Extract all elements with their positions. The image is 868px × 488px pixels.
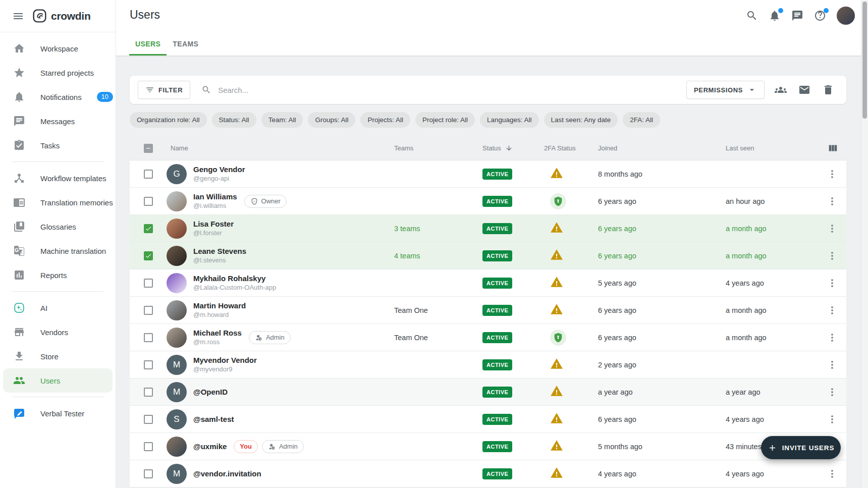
row-checkbox[interactable] [144, 333, 153, 342]
help-button[interactable] [814, 10, 826, 22]
column-header-teams[interactable]: Teams [394, 144, 482, 152]
search-icon[interactable] [746, 10, 758, 22]
add-group-icon[interactable] [775, 84, 787, 96]
row-checkbox[interactable] [144, 442, 153, 451]
table-row[interactable]: Martin Howard@m.howardTeam OneACTIVE6 ye… [130, 297, 846, 324]
teams-cell[interactable]: Team One [394, 334, 482, 342]
invite-users-button[interactable]: INVITE USERS [761, 436, 841, 459]
table-row[interactable]: Leane Stevens@l.stevens4 teamsACTIVE6 ye… [130, 242, 846, 269]
column-header-joined[interactable]: Joined [598, 144, 726, 152]
search-input[interactable] [218, 86, 430, 94]
tab-users[interactable]: USERS [129, 32, 167, 56]
sidebar-item-ai[interactable]: AI [0, 296, 116, 320]
avatar[interactable] [167, 328, 187, 348]
avatar[interactable]: M [167, 464, 187, 484]
filter-chip[interactable]: Languages: All [480, 112, 539, 128]
user-display-name[interactable]: Lisa Foster [193, 219, 234, 229]
page-scrollbar[interactable] [861, 0, 868, 488]
notifications-button[interactable] [769, 10, 781, 22]
row-checkbox[interactable] [144, 415, 153, 424]
filter-chip[interactable]: Team: All [261, 112, 303, 128]
tab-teams[interactable]: TEAMS [167, 32, 204, 56]
avatar[interactable] [167, 219, 187, 239]
table-row[interactable]: Michael Ross@m.rossAdminTeam OneACTIVE6 … [130, 324, 846, 351]
row-checkbox[interactable] [144, 197, 153, 206]
delete-icon[interactable] [822, 84, 834, 96]
user-display-name[interactable]: Leane Stevens [193, 246, 246, 256]
filter-chip[interactable]: Groups: All [308, 112, 355, 128]
table-row[interactable]: Mykhailo Rohalskyy@Lalala-Custom-OAuth-a… [130, 269, 846, 297]
avatar[interactable] [167, 246, 187, 266]
filter-chip[interactable]: Status: All [212, 112, 256, 128]
row-menu-icon[interactable] [826, 386, 838, 398]
filter-button[interactable]: FILTER [138, 81, 190, 99]
row-checkbox[interactable] [144, 224, 153, 233]
row-menu-icon[interactable] [826, 413, 838, 425]
row-checkbox[interactable] [144, 279, 153, 288]
filter-chip[interactable]: Projects: All [360, 112, 410, 128]
permissions-button[interactable]: PERMISSIONS [686, 81, 765, 99]
row-checkbox[interactable] [144, 469, 153, 478]
sidebar-item-reports[interactable]: Reports [0, 263, 116, 287]
column-header-name[interactable]: Name [167, 144, 394, 152]
user-display-name[interactable]: Gengo Vendor [193, 165, 245, 175]
sidebar-item-glossaries[interactable]: Glossaries [0, 214, 116, 239]
scrollbar-thumb[interactable] [862, 2, 867, 119]
sidebar-item-users[interactable]: Users [3, 368, 113, 393]
sidebar-item-tasks[interactable]: Tasks [0, 133, 116, 157]
avatar[interactable] [167, 273, 187, 293]
user-display-name[interactable]: Ian Williams [193, 192, 237, 202]
sidebar-item-workflow-templates[interactable]: Workflow templates [0, 166, 116, 190]
table-row[interactable]: M@OpenIDACTIVEa year agoa year ago [130, 378, 846, 406]
email-icon[interactable] [798, 84, 810, 96]
row-menu-icon[interactable] [826, 250, 838, 262]
messages-icon[interactable] [791, 10, 803, 22]
sidebar-item-messages[interactable]: Messages [0, 109, 116, 133]
avatar[interactable]: G [167, 164, 187, 184]
row-menu-icon[interactable] [826, 277, 838, 289]
table-row[interactable]: Lisa Foster@l.forster3 teamsACTIVE6 year… [130, 215, 846, 242]
row-checkbox[interactable] [144, 388, 153, 397]
row-menu-icon[interactable] [826, 468, 838, 480]
row-menu-icon[interactable] [826, 304, 838, 316]
menu-icon[interactable] [12, 10, 24, 22]
row-menu-icon[interactable] [826, 168, 838, 180]
table-row[interactable]: @uxmikeYouAdminACTIVE5 months ago43 minu… [130, 433, 846, 460]
table-row[interactable]: S@saml-testACTIVE6 years ago4 years ago [130, 406, 846, 433]
user-avatar[interactable] [837, 7, 855, 25]
user-display-name[interactable]: Myvendor Vendor [193, 355, 257, 365]
avatar[interactable] [167, 437, 187, 457]
avatar[interactable] [167, 300, 187, 320]
user-display-name[interactable]: Mykhailo Rohalskyy [193, 274, 276, 284]
avatar[interactable]: M [167, 382, 187, 402]
row-checkbox[interactable] [144, 170, 153, 179]
sidebar-item-verbal-tester[interactable]: Verbal Tester [0, 401, 116, 425]
user-display-name[interactable]: @saml-test [193, 414, 234, 424]
user-display-name[interactable]: @uxmike [193, 442, 227, 452]
table-row[interactable]: Ian Williams@i.williamsOwnerACTIVE6 year… [130, 188, 846, 215]
user-display-name[interactable]: Michael Ross [193, 328, 242, 338]
column-header-last-seen[interactable]: Last seen [726, 144, 818, 152]
sidebar-item-translation-memories[interactable]: Translation memories [0, 190, 116, 214]
avatar[interactable]: M [167, 355, 187, 375]
sidebar-item-machine-translation[interactable]: Machine translation [0, 239, 116, 263]
select-all-checkbox[interactable] [144, 144, 153, 153]
sidebar-item-starred-projects[interactable]: Starred projects [0, 61, 116, 85]
teams-cell[interactable]: 4 teams [394, 252, 482, 260]
filter-chip[interactable]: Organization role: All [130, 112, 207, 128]
filter-chip[interactable]: 2FA: All [623, 112, 660, 128]
user-display-name[interactable]: Martin Howard [193, 301, 246, 311]
table-row[interactable]: MMyvendor Vendor@myvendor9ACTIVE2 years … [130, 351, 846, 378]
avatar[interactable] [167, 191, 187, 211]
teams-cell[interactable]: 3 teams [394, 225, 482, 233]
row-menu-icon[interactable] [826, 332, 838, 344]
sidebar-item-workspace[interactable]: Workspace [0, 36, 116, 61]
filter-chip[interactable]: Last seen: Any date [544, 112, 618, 128]
column-header-status[interactable]: Status [482, 144, 544, 152]
user-display-name[interactable]: @vendor.invitation [193, 469, 261, 479]
table-row[interactable]: M@vendor.invitationACTIVE4 years ago4 ye… [130, 460, 846, 487]
crowdin-logo[interactable]: crowdin [32, 9, 90, 23]
columns-settings-icon[interactable] [827, 143, 838, 154]
column-header-2fa[interactable]: 2FA Status [544, 144, 598, 152]
row-checkbox[interactable] [144, 306, 153, 315]
